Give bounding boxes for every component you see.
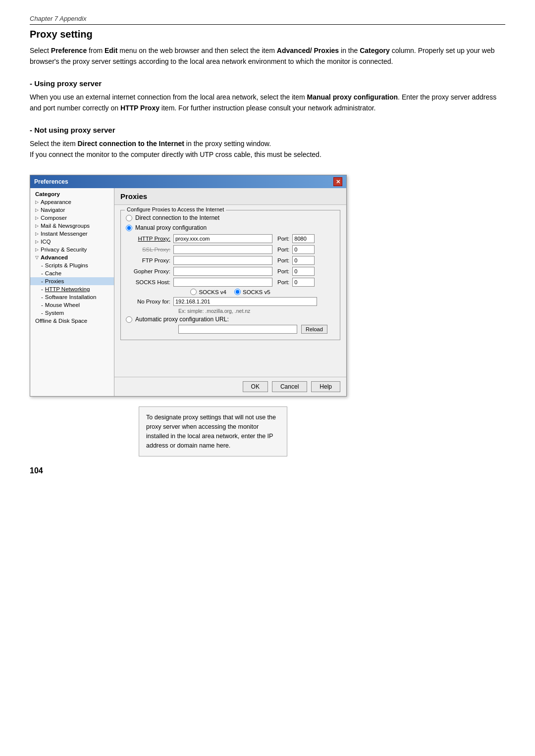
sidebar-label: Privacy & Security (41, 247, 87, 252)
ssl-proxy-row: SSL Proxy: Port: (126, 245, 335, 254)
sidebar-item-cache[interactable]: - Cache (30, 269, 114, 277)
gopher-proxy-label: Gopher Proxy: (126, 268, 170, 274)
socks-v4-label: SOCKS v4 (199, 289, 226, 295)
radio-manual-label: Manual proxy configuration (135, 224, 207, 231)
sidebar-label: Cache (45, 270, 61, 276)
ssl-port-input[interactable] (292, 245, 315, 254)
sidebar-item-messenger[interactable]: ▷ Instant Messenger (30, 230, 114, 238)
socks-host-input[interactable] (173, 278, 272, 287)
ssl-proxy-input[interactable] (173, 245, 272, 254)
panel-title: Proxies (114, 188, 346, 205)
http-port-input[interactable] (292, 234, 315, 243)
ftp-proxy-input[interactable] (173, 256, 272, 265)
ssl-port-label: Port: (277, 247, 289, 252)
sidebar-item-mouse[interactable]: - Mouse Wheel (30, 301, 114, 309)
http-proxy-input[interactable] (173, 234, 272, 243)
dash-icon: - (41, 310, 43, 316)
radio-direct-row[interactable]: Direct connection to the Internet (126, 214, 335, 221)
triangle-icon: ▷ (35, 200, 39, 204)
sidebar-item-composer[interactable]: ▷ Composer (30, 214, 114, 222)
socks-version-row: SOCKS v4 SOCKS v5 (126, 289, 335, 295)
ftp-proxy-row: FTP Proxy: Port: (126, 256, 335, 265)
sidebar-label: HTTP Networking (45, 286, 90, 292)
help-button[interactable]: Help (311, 381, 340, 392)
socks-host-row: SOCKS Host: Port: (126, 278, 335, 287)
sidebar-label: Mail & Newsgroups (41, 223, 90, 229)
socks-v5-label: SOCKS v5 (243, 289, 270, 295)
sidebar-item-offline[interactable]: Offline & Disk Space (30, 317, 114, 325)
reload-button[interactable]: Reload (301, 325, 327, 334)
sub2-title: - Not using proxy server (30, 126, 505, 134)
ftp-proxy-label: FTP Proxy: (126, 257, 170, 263)
radio-manual-row[interactable]: Manual proxy configuration (126, 224, 335, 231)
cancel-button[interactable]: Cancel (272, 381, 307, 392)
sidebar-item-software[interactable]: - Software Installation (30, 293, 114, 301)
no-proxy-input[interactable] (173, 297, 317, 306)
sidebar-label: Instant Messenger (41, 231, 88, 237)
sidebar-item-http-networking[interactable]: - HTTP Networking (30, 285, 114, 293)
sidebar-item-privacy[interactable]: ▷ Privacy & Security (30, 246, 114, 253)
ftp-port-label: Port: (277, 257, 289, 263)
auto-proxy-url-input[interactable] (178, 325, 297, 334)
sidebar-item-appearance[interactable]: ▷ Appearance (30, 198, 114, 206)
triangle-icon: ▷ (35, 223, 39, 228)
sub1-text: When you use an external internet connec… (30, 92, 505, 114)
example-text: Ex: simple: .mozilla.org, .net.nz (126, 308, 335, 314)
sidebar-item-mail[interactable]: ▷ Mail & Newsgroups (30, 222, 114, 230)
radio-direct[interactable] (126, 215, 132, 221)
page-number: 104 (30, 466, 505, 475)
radio-manual[interactable] (126, 225, 132, 231)
no-proxy-label: No Proxy for: (126, 299, 170, 304)
sidebar-item-icq[interactable]: ▷ ICQ (30, 238, 114, 246)
sub1-title: - Using proxy server (30, 79, 505, 88)
triangle-icon: ▷ (35, 247, 39, 252)
ftp-port-input[interactable] (292, 256, 315, 265)
close-button[interactable]: ✕ (333, 177, 342, 186)
sidebar-label: Proxies (45, 278, 64, 284)
radio-socks-v5[interactable] (234, 289, 241, 295)
proxies-group: Configure Proxies to Access the Internet… (120, 210, 340, 340)
dash-icon: - (41, 278, 43, 284)
sidebar-label: Scripts & Plugins (45, 262, 88, 268)
preferences-window: Preferences ✕ Category ▷ Appearance ▷ Na… (30, 175, 347, 397)
gopher-proxy-input[interactable] (173, 267, 272, 276)
tooltip-text: To designate proxy settings that will no… (146, 414, 276, 449)
radio-socks-v4[interactable] (190, 289, 197, 295)
no-proxy-row: No Proxy for: (126, 297, 335, 306)
sidebar-label: Navigator (41, 207, 65, 213)
gopher-port-input[interactable] (292, 267, 315, 276)
triangle-icon: ▷ (35, 239, 39, 244)
sidebar-label: Composer (41, 215, 67, 221)
socks-v4-option[interactable]: SOCKS v4 (190, 289, 226, 295)
section-title: Proxy setting (30, 29, 505, 40)
radio-direct-label: Direct connection to the Internet (135, 214, 219, 221)
panel-content: Configure Proxies to Access the Internet… (114, 205, 346, 377)
sidebar-item-system[interactable]: - System (30, 309, 114, 317)
preferences-panel: Proxies Configure Proxies to Access the … (114, 188, 346, 396)
dash-icon: - (41, 286, 43, 292)
sidebar-item-proxies[interactable]: - Proxies (30, 277, 114, 285)
ssl-proxy-label: SSL Proxy: (126, 247, 170, 252)
radio-auto-proxy[interactable] (126, 316, 132, 323)
preferences-footer: OK Cancel Help (114, 377, 346, 396)
sidebar-item-scripts[interactable]: - Scripts & Plugins (30, 261, 114, 269)
triangle-icon: ▷ (35, 215, 39, 220)
sidebar-label: Mouse Wheel (45, 302, 80, 308)
intro-text: Select Preference from Edit menu on the … (30, 45, 505, 67)
sidebar-item-navigator[interactable]: ▷ Navigator (30, 206, 114, 214)
titlebar: Preferences ✕ (30, 175, 346, 188)
sidebar-item-advanced[interactable]: ▽ Advanced (30, 253, 114, 261)
http-proxy-label: HTTP Proxy: (126, 236, 170, 242)
dash-icon: - (41, 302, 43, 308)
sidebar-item-category: Category (30, 190, 114, 198)
ok-button[interactable]: OK (243, 381, 268, 392)
tooltip-box: To designate proxy settings that will no… (139, 406, 287, 456)
auto-proxy-row[interactable]: Automatic proxy configuration URL: (126, 316, 335, 323)
socks-v5-option[interactable]: SOCKS v5 (234, 289, 270, 295)
gopher-port-label: Port: (277, 268, 289, 274)
sub2-text: Select the item Direct connection to the… (30, 138, 505, 160)
window-title: Preferences (34, 178, 68, 185)
category-label: Category (35, 191, 60, 197)
socks-port-input[interactable] (292, 278, 315, 287)
gopher-proxy-row: Gopher Proxy: Port: (126, 267, 335, 276)
